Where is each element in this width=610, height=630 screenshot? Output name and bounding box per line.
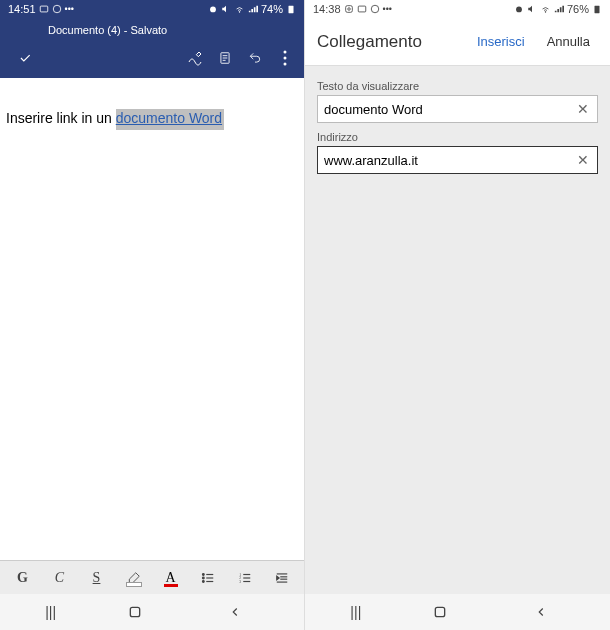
svg-rect-28 [130,607,139,616]
undo-icon[interactable] [240,44,270,72]
read-mode-icon[interactable] [210,44,240,72]
document-title: Documento (4) - Salvato [8,24,300,36]
insert-button[interactable]: Inserisci [469,28,533,55]
svg-point-10 [284,57,287,60]
indent-button[interactable] [263,561,300,594]
instagram-icon [344,4,354,14]
svg-point-12 [202,573,204,575]
address-field-wrap: ✕ [317,146,598,174]
android-nav-bar: ||| [0,594,304,630]
cancel-button[interactable]: Annulla [539,28,598,55]
signal-icon [554,4,564,14]
alarm-icon [208,4,218,14]
svg-text:3: 3 [239,579,241,583]
dots-icon: ••• [65,4,74,14]
font-color-button[interactable]: A [152,561,189,594]
highlight-button[interactable] [115,561,152,594]
svg-rect-35 [595,6,600,14]
android-nav-bar: ||| [305,594,610,630]
back-button[interactable] [228,605,278,619]
italic-button[interactable]: C [41,561,78,594]
svg-point-16 [202,580,204,582]
svg-point-30 [347,8,350,11]
svg-point-34 [545,12,546,13]
draw-icon[interactable] [180,44,210,72]
signal-icon [248,4,258,14]
mute-icon [527,4,537,14]
back-button[interactable] [534,605,584,619]
home-button[interactable] [127,604,177,620]
whatsapp-icon [370,4,380,14]
home-button[interactable] [432,604,482,620]
clear-address-icon[interactable]: ✕ [575,152,591,168]
display-text-label: Testo da visualizzare [317,80,598,92]
document-canvas[interactable]: Inserire link in un documento Word [0,78,304,560]
alarm-icon [514,4,524,14]
status-bar: 14:51 ••• 74% [0,0,304,18]
display-text-field-wrap: ✕ [317,95,598,123]
svg-rect-0 [40,6,48,12]
document-text: Inserire link in un [6,110,116,126]
svg-point-14 [202,577,204,579]
wifi-icon [234,4,245,14]
message-icon [39,4,49,14]
status-time: 14:38 [313,3,341,15]
battery-text: 74% [261,3,283,15]
address-input[interactable] [324,153,575,168]
dialog-body: Testo da visualizzare ✕ Indirizzo ✕ [305,66,610,594]
more-icon[interactable] [270,44,300,72]
done-button[interactable] [8,47,42,69]
recent-apps-button[interactable]: ||| [26,604,76,620]
svg-point-2 [210,7,216,13]
clear-display-icon[interactable]: ✕ [575,101,591,117]
svg-rect-4 [289,6,294,14]
status-bar: 14:38 ••• 76% [305,0,610,18]
dialog-header: Collegamento Inserisci Annulla [305,18,610,66]
mute-icon [221,4,231,14]
phone-word-editor: 14:51 ••• 74% [0,0,305,630]
recent-apps-button[interactable]: ||| [331,604,381,620]
svg-point-3 [239,12,240,13]
bullet-list-button[interactable] [189,561,226,594]
battery-icon [286,4,296,14]
dots-icon: ••• [383,4,392,14]
address-label: Indirizzo [317,131,598,143]
svg-rect-31 [358,6,366,12]
svg-point-33 [516,7,522,13]
svg-point-11 [284,63,287,66]
battery-icon [592,4,602,14]
numbered-list-button[interactable]: 123 [226,561,263,594]
svg-rect-36 [436,607,445,616]
wifi-icon [540,4,551,14]
svg-point-1 [53,5,61,13]
phone-link-dialog: 14:38 ••• 76% [305,0,610,630]
dialog-title: Collegamento [317,32,469,52]
bold-button[interactable]: G [4,561,41,594]
whatsapp-icon [52,4,62,14]
status-time: 14:51 [8,3,36,15]
underline-button[interactable]: S [78,561,115,594]
svg-point-9 [284,51,287,54]
app-header: Documento (4) - Salvato [0,18,304,78]
svg-point-32 [371,5,379,13]
svg-rect-29 [345,6,352,13]
display-text-input[interactable] [324,102,575,117]
selected-link-text[interactable]: documento Word [116,109,224,130]
gallery-icon [357,4,367,14]
format-toolbar: G C S A 123 [0,560,304,594]
battery-text: 76% [567,3,589,15]
